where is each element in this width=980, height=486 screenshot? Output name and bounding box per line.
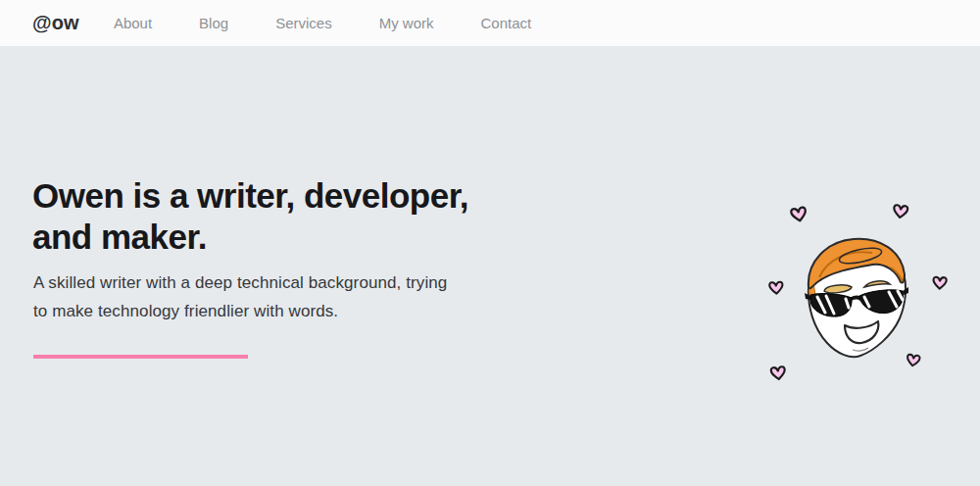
nav-item-blog[interactable]: Blog bbox=[199, 15, 228, 31]
top-nav: @ow About Blog Services My work Contact bbox=[0, 0, 980, 46]
page: @ow About Blog Services My work Contact … bbox=[0, 0, 980, 486]
portrait-illustration bbox=[755, 191, 970, 387]
hero-heading-line-1: Owen is a writer, developer, bbox=[32, 175, 468, 217]
hero-subtext: A skilled writer with a deep technical b… bbox=[33, 268, 447, 325]
heart-icon bbox=[893, 205, 907, 219]
heart-icon bbox=[771, 366, 786, 380]
hero-heading: Owen is a writer, developer, and maker. bbox=[32, 175, 468, 258]
nav-item-about[interactable]: About bbox=[114, 15, 152, 31]
nav-item-my-work[interactable]: My work bbox=[379, 15, 434, 31]
heart-icon bbox=[933, 277, 947, 289]
hero-heading-line-2: and maker. bbox=[32, 217, 468, 258]
nav-item-services[interactable]: Services bbox=[275, 15, 332, 31]
heart-icon bbox=[791, 207, 808, 221]
face-doodle bbox=[805, 239, 908, 357]
hero-subtext-line-2: to make technology friendlier with words… bbox=[33, 297, 447, 325]
nav-item-contact[interactable]: Contact bbox=[481, 15, 532, 31]
heart-icon bbox=[906, 354, 920, 366]
hero-section: Owen is a writer, developer, and maker. … bbox=[0, 46, 980, 486]
nav-links: About Blog Services My work Contact bbox=[114, 15, 531, 31]
pink-divider bbox=[33, 355, 248, 359]
site-logo[interactable]: @ow bbox=[32, 12, 79, 34]
heart-icon bbox=[769, 282, 783, 295]
hero-subtext-line-1: A skilled writer with a deep technical b… bbox=[33, 268, 447, 297]
